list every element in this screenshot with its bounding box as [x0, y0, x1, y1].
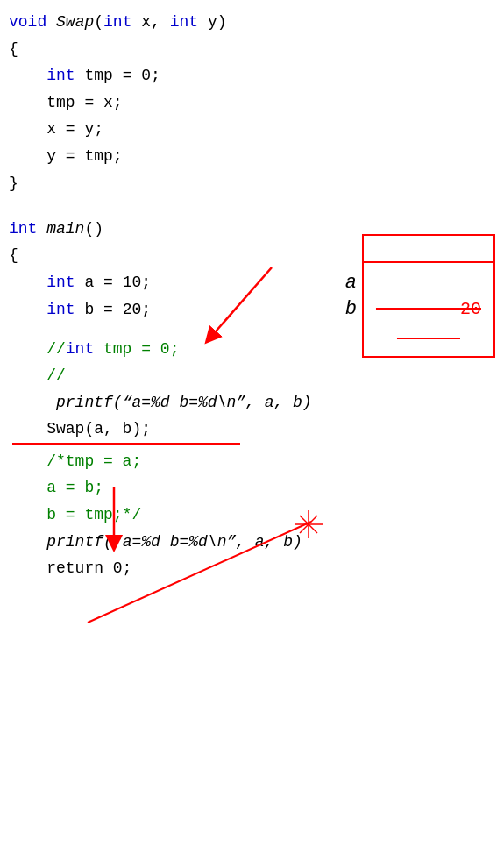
- line-comment-tmp-a: /*tmp = a;: [9, 448, 495, 475]
- line-text: y = tmp;: [9, 143, 123, 170]
- line-text: Swap(a, b);: [9, 416, 151, 443]
- line-text: {: [9, 242, 18, 269]
- line-printf2: printf(“a=%d b=%d\n”, a, b): [9, 529, 495, 556]
- line-text: }: [9, 170, 18, 197]
- code-area: void Swap(int x, int y) { int tmp = 0; t…: [0, 0, 504, 600]
- line-comment-int-tmp: //int tmp = 0;: [9, 336, 495, 363]
- line-return: return 0;: [9, 555, 495, 582]
- line-printf1: printf(“a=%d b=%d\n”, a, b): [9, 389, 495, 416]
- line-text: int a = 10;: [9, 269, 151, 296]
- line-brace-open-swap: {: [9, 36, 495, 63]
- line-text: printf(“a=%d b=%d\n”, a, b): [9, 529, 302, 556]
- line-text: //: [9, 362, 66, 389]
- line-int-tmp: int tmp = 0;: [9, 62, 495, 89]
- line-text: int tmp = 0;: [9, 62, 160, 89]
- line-text: x = y;: [9, 116, 103, 143]
- line-swap-call: Swap(a, b);: [9, 416, 495, 443]
- line-text: int main(): [9, 216, 103, 243]
- line-text: {: [9, 36, 18, 63]
- var-b-label: b: [345, 293, 357, 325]
- line-text: a = b;: [9, 474, 103, 502]
- line-text: //int tmp = 0;: [9, 336, 179, 363]
- line-text: /*tmp = a;: [9, 448, 141, 475]
- line-b-tmp: b = tmp;*/: [9, 502, 495, 529]
- line-text: tmp = x;: [9, 89, 123, 117]
- line-text: return 0;: [9, 555, 131, 582]
- line-text: int b = 20;: [9, 296, 151, 324]
- line-text: b = tmp;*/: [9, 502, 141, 529]
- line-text: printf(“a=%d b=%d\n”, a, b): [9, 389, 312, 416]
- var-b-value: 20: [460, 299, 481, 319]
- red-underline: [12, 443, 240, 445]
- line-int-b: int b = 20; b 20: [9, 296, 495, 324]
- line-tmp-x: tmp = x;: [9, 89, 495, 117]
- line-comment-empty: //: [9, 362, 495, 389]
- line-y-tmp: y = tmp;: [9, 143, 495, 170]
- line-a-b: a = b;: [9, 474, 495, 502]
- line-text: void Swap(int x, int y): [9, 9, 227, 36]
- line-x-y: x = y;: [9, 116, 495, 143]
- line-swap-header: void Swap(int x, int y): [9, 9, 495, 36]
- line-brace-close-swap: }: [9, 170, 495, 197]
- line-blank2: [9, 323, 495, 335]
- line-blank1: [9, 196, 495, 216]
